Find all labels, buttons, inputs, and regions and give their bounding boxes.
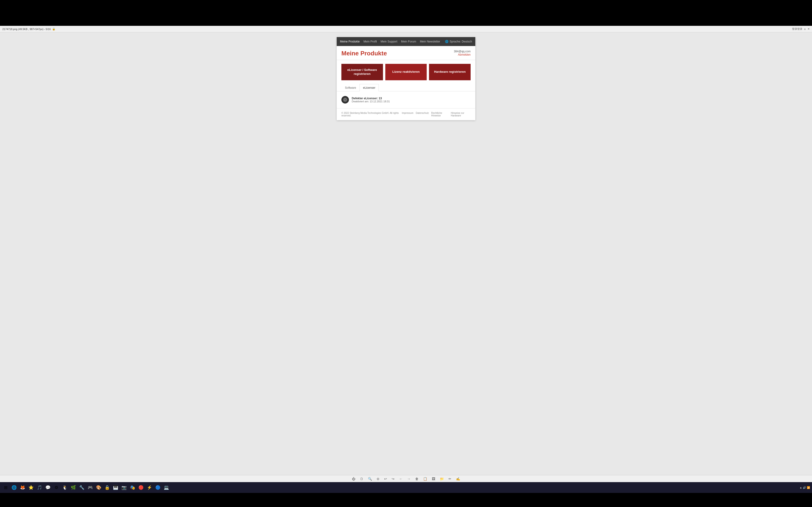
taskbar-system-icons: ▲ 🔊 📶 [800,486,810,489]
nav-mein-profil[interactable]: Mein Profil [363,40,377,43]
toolbar-clipboard[interactable]: 📋 [422,476,428,481]
taskbar-laptop[interactable]: 💻 [163,484,170,491]
taskbar-camera[interactable]: 📷 [120,484,128,491]
website-container: Meine Produkte Mein Profil Mein Support … [337,37,475,120]
register-elicenser-button[interactable]: eLicenser / Software registrieren [341,64,383,80]
taskbar-security[interactable]: 🔒 [103,484,111,491]
toolbar-forward[interactable]: → [406,476,411,481]
toolbar-delete[interactable]: 🗑 [414,476,419,481]
tab-elicenser[interactable]: eLicenser [359,84,379,91]
nav-links: Meine Produkte Mein Profil Mein Support … [340,40,440,43]
nav-mein-forum[interactable]: Mein Forum [401,40,416,43]
taskbar-edge[interactable]: 🌐 [10,484,18,491]
tab-software[interactable]: Software [341,84,359,91]
page-title: Meine Produkte [341,50,387,57]
reactivate-license-button[interactable]: Lizenz reaktivieren [385,64,427,80]
close-icon[interactable]: ✕ [808,27,810,31]
top-black-bar [0,0,812,26]
nav-meine-produkte[interactable]: Meine Produkte [340,40,360,43]
taskbar-lightning[interactable]: ⚡ [146,484,153,491]
bottom-toolbar: ⏻ 🗋 🔍 ⊖ ↩ ↪ ← → 🗑 📋 🖼 📁 ✏ ✍ [0,475,812,482]
product-info: Defekter eLicenser: 13 Deaktiviert am: 1… [352,97,471,103]
taskbar-red-app[interactable]: 🔴 [137,484,145,491]
taskbar-theater[interactable]: 🎭 [129,484,136,491]
nav-bar: Meine Produkte Mein Profil Mein Support … [337,37,475,46]
browser-chrome-right: 登录登录 ≡ ✕ [792,27,810,31]
toolbar-annotate[interactable]: ✍ [455,476,461,481]
list-item: Defekter eLicenser: 13 Deaktiviert am: 1… [341,94,471,105]
elicenser-icon [343,97,348,102]
language-icon: 🌐 [445,40,449,43]
lock-icon: 🔒 [52,27,55,31]
language-label[interactable]: Sprache: Deutsch [450,40,472,43]
taskbar: ⊞ 🌐 🦊 ⭐ 🎵 💬 ⚙ 🐧 🌿 🔧 🎮 🎨 🔒 🎹 📷 🎭 🔴 ⚡ 🔵 💻 … [0,482,812,493]
taskbar-right: ▲ 🔊 📶 [800,486,810,489]
product-name: Defekter eLicenser: 13 [352,97,471,100]
toolbar-search[interactable]: 🔍 [367,476,373,481]
site-footer: © 2022 Steinberg Media Technologies GmbH… [337,108,475,120]
toolbar-file[interactable]: 🗋 [359,476,364,481]
footer-rechtliche-hinweise[interactable]: Rechtliche Hinweise [431,112,448,117]
taskbar-start[interactable]: ⊞ [2,484,9,491]
taskbar-chat[interactable]: 💬 [44,484,52,491]
taskbar-blue-app[interactable]: 🔵 [154,484,162,491]
toolbar-undo[interactable]: ↩ [383,476,388,481]
register-hardware-button[interactable]: Hardware registrieren [429,64,471,80]
toolbar-folder[interactable]: 📁 [439,476,445,481]
product-icon [341,96,349,104]
browser-chrome-left: 2174718.png (49.5KB , 987×547px) - 5/16 … [2,27,792,31]
logout-link[interactable]: Abmelden [458,53,471,56]
taskbar-green[interactable]: 🌿 [69,484,77,491]
toolbar-power[interactable]: ⏻ [351,476,356,481]
menu-icon[interactable]: ≡ [804,28,806,31]
footer-links: Impressum Datenschutz Rechtliche Hinweis… [402,112,471,117]
toolbar-redo[interactable]: ↪ [391,476,395,481]
nav-mein-newsletter[interactable]: Mein Newsletter [420,40,440,43]
nav-mein-support[interactable]: Mein Support [380,40,397,43]
bottom-black-bar [0,493,812,507]
tabs-container: Software eLicenser [337,84,475,91]
footer-copyright: © 2022 Steinberg Media Technologies GmbH… [341,112,402,117]
footer-impressum[interactable]: Impressum [402,112,413,117]
browser-chrome: 2174718.png (49.5KB , 987×547px) - 5/16 … [0,26,812,33]
taskbar-piano[interactable]: 🎹 [112,484,119,491]
toolbar-zoom-out[interactable]: ⊖ [376,476,380,481]
taskbar-firefox[interactable]: 🦊 [19,484,26,491]
product-status: Deaktiviert am: 13.12.2021 18:31 [352,100,471,103]
user-email: 384@qq.com [454,50,471,53]
taskbar-linux[interactable]: 🐧 [61,484,68,491]
user-info: 384@qq.com Abmelden [454,50,471,56]
user-login-label[interactable]: 登录登录 [792,27,802,31]
toolbar-edit[interactable]: ✏ [448,476,452,481]
taskbar-tool[interactable]: 🔧 [78,484,86,491]
footer-hinweise-hardware[interactable]: Hinweise zur Hardware [451,112,471,117]
product-list: Defekter eLicenser: 13 Deaktiviert am: 1… [337,91,475,108]
main-content: Meine Produkte Mein Profil Mein Support … [0,33,812,475]
page-header: Meine Produkte 384@qq.com Abmelden [337,46,475,60]
file-info: 2174718.png (49.5KB , 987×547px) - 5/16 [2,28,51,31]
taskbar-game[interactable]: 🎮 [87,484,94,491]
footer-datenschutz[interactable]: Datenschutz [416,112,429,117]
taskbar-star[interactable]: ⭐ [27,484,35,491]
taskbar-art[interactable]: 🎨 [95,484,102,491]
taskbar-music[interactable]: 🎵 [36,484,43,491]
action-buttons: eLicenser / Software registrieren Lizenz… [337,60,475,84]
nav-right: 🌐 Sprache: Deutsch [445,40,472,43]
taskbar-settings[interactable]: ⚙ [53,484,60,491]
toolbar-back[interactable]: ← [398,476,403,481]
toolbar-image[interactable]: 🖼 [431,476,436,481]
